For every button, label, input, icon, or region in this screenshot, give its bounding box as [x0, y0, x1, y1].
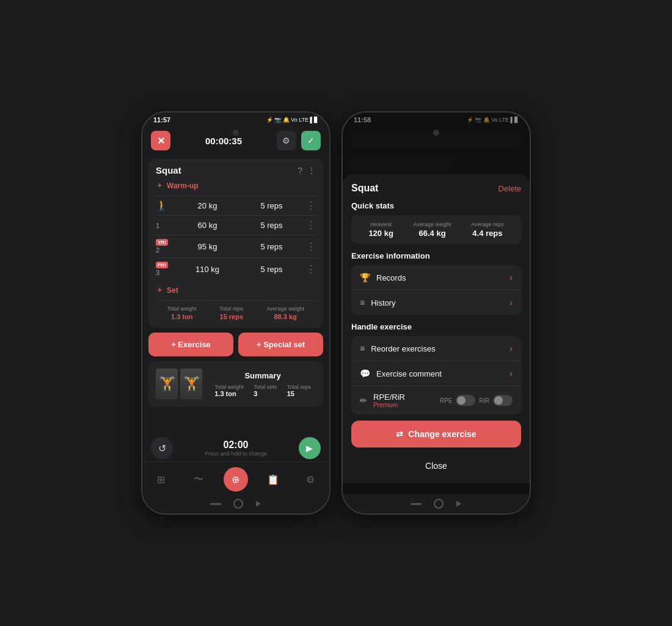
warmup-figure-icon: 🚶 — [156, 200, 168, 212]
set-num-3: PR! 3 — [156, 262, 175, 276]
exercise-info-card: 🏆 Records › ≡ History › — [351, 265, 521, 315]
dashboard-icon: ⊞ — [157, 474, 165, 485]
sys-back-btn[interactable] — [256, 501, 261, 507]
gear-icon: ⚙ — [282, 136, 290, 145]
exercise-header-icons: ? ⋮ — [298, 166, 316, 175]
delete-button[interactable]: Delete — [498, 184, 521, 193]
stat-total-reps-label: Total reps — [219, 306, 243, 312]
handle-exercise-title: Handle exercise — [351, 322, 521, 331]
qs-avg-reps-value: 4.4 reps — [471, 229, 503, 238]
comment-row[interactable]: 💬 Exercise comment › — [351, 361, 521, 386]
nav-workout[interactable]: ⊕ — [224, 467, 248, 492]
sys-home-btn-right[interactable] — [434, 499, 444, 509]
stat-total-reps-value: 15 reps — [219, 313, 243, 320]
camera-notch — [233, 130, 239, 136]
qs-avg-weight: Average weight 66.4 kg — [414, 221, 451, 238]
top-actions: ⚙ ✓ — [277, 131, 321, 150]
summary-figures: 🏋 🏋 — [156, 369, 202, 399]
set-row-1: 1 60 kg 5 reps ⋮ — [156, 215, 316, 235]
complete-button[interactable]: ✓ — [301, 131, 321, 150]
set-more-warmup[interactable]: ⋮ — [306, 200, 316, 212]
set-row-2: YR! 2 95 kg 5 reps ⋮ — [156, 235, 316, 257]
set-more-2[interactable]: ⋮ — [306, 241, 316, 252]
rpe-row: ✏ RPE/RiR Premium RPE RiR — [351, 386, 521, 414]
history-row[interactable]: ≡ History › — [351, 290, 521, 315]
exercise-header: Squat ? ⋮ — [156, 165, 316, 175]
rpe-premium: Premium — [373, 402, 440, 408]
status-time-left: 11:57 — [153, 116, 170, 123]
stat-total-reps: Total reps 15 reps — [219, 306, 243, 320]
help-icon[interactable]: ? — [298, 166, 302, 175]
timer-value: 02:00 — [205, 440, 267, 451]
more-icon[interactable]: ⋮ — [307, 166, 316, 175]
set-more-3[interactable]: ⋮ — [306, 263, 316, 275]
nav-settings[interactable]: ⚙ — [298, 470, 323, 489]
rir-toggle-switch[interactable] — [493, 395, 513, 406]
reorder-row[interactable]: ≡ Reorder exercises › — [351, 336, 521, 361]
change-exercise-button[interactable]: ⇄ Change exercise — [351, 421, 521, 447]
set-num-warmup: 🚶 — [156, 200, 175, 212]
special-set-button[interactable]: + Special set — [238, 333, 323, 356]
stat-total-weight-value: 1.3 ton — [167, 313, 197, 320]
close-panel-button[interactable]: Close — [351, 454, 521, 478]
close-button[interactable]: ✕ — [151, 131, 170, 150]
history-icon: ≡ — [360, 298, 365, 307]
exercise-button[interactable]: + Exercise — [148, 333, 233, 356]
add-set-label: Set — [167, 286, 178, 295]
records-row[interactable]: 🏆 Records › — [351, 265, 521, 290]
rpe-name: RPE/RiR — [373, 392, 440, 402]
sum-weight-label: Total weight — [214, 384, 244, 390]
sys-apps-btn-right[interactable] — [411, 503, 422, 505]
set-weight-1[interactable]: 60 kg — [175, 221, 239, 230]
add-set-row[interactable]: ＋ Set — [156, 285, 316, 295]
summary-total-weight: Total weight 1.3 ton — [214, 384, 244, 397]
log-icon: 📋 — [267, 474, 279, 485]
timer-play-button[interactable]: ▶ — [299, 437, 321, 459]
yr-badge: YR! — [156, 239, 168, 246]
comment-chevron: › — [509, 369, 513, 378]
summary-title: Summary — [210, 371, 316, 380]
set-more-1[interactable]: ⋮ — [306, 219, 316, 231]
exercise-card: Squat ? ⋮ ＋ Warm-up 🚶 20 kg 5 reps ⋮ — [148, 159, 323, 328]
exercise-options-panel: Squat Delete Quick stats Heaviest 120 kg… — [343, 174, 530, 483]
system-bar-left — [142, 494, 329, 514]
qs-heaviest-label: Heaviest — [368, 221, 393, 227]
chart-icon: 〜 — [194, 473, 203, 486]
set-row-3: PR! 3 110 kg 5 reps ⋮ — [156, 257, 316, 280]
history-chevron: › — [509, 298, 513, 307]
timer-reset-button[interactable]: ↺ — [151, 437, 173, 459]
sys-apps-btn[interactable] — [210, 503, 221, 505]
warmup-label: Warm-up — [167, 182, 199, 190]
set-weight-warmup[interactable]: 20 kg — [175, 201, 239, 210]
nav-progress[interactable]: 〜 — [186, 470, 211, 489]
set-reps-2[interactable]: 5 reps — [239, 242, 304, 251]
settings-button[interactable]: ⚙ — [277, 131, 296, 150]
bottom-timer-bar: ↺ 02:00 Press and hold to change ▶ — [142, 432, 329, 462]
nav-dashboard[interactable]: ⊞ — [149, 470, 173, 489]
sys-back-btn-right[interactable] — [456, 501, 461, 507]
plus-set-icon: ＋ — [156, 285, 163, 295]
set-reps-3[interactable]: 5 reps — [239, 265, 304, 274]
stat-avg-weight: Average weight 88.3 kg — [266, 306, 304, 320]
records-label: Records — [376, 273, 509, 282]
rpe-toggle-switch[interactable] — [456, 395, 475, 406]
check-icon: ✓ — [307, 136, 315, 145]
set-weight-3[interactable]: 110 kg — [175, 265, 239, 274]
set-row-warmup: 🚶 20 kg 5 reps ⋮ — [156, 196, 316, 215]
qs-heaviest-value: 120 kg — [368, 229, 393, 238]
qs-heaviest: Heaviest 120 kg — [368, 221, 393, 238]
comment-icon: 💬 — [360, 369, 370, 378]
panel-header: Squat Delete — [351, 183, 521, 194]
set-reps-warmup[interactable]: 5 reps — [239, 201, 304, 210]
set-reps-1[interactable]: 5 reps — [239, 221, 304, 230]
qs-avg-weight-label: Average weight — [414, 221, 451, 227]
sys-home-btn[interactable] — [233, 499, 243, 509]
set-weight-2[interactable]: 95 kg — [175, 242, 239, 251]
rpe-toggle-label: RPE — [440, 397, 453, 404]
left-phone: 11:57 ⚡ 📷 🔔 Vo LTE ▌▊ ✕ 00:00:35 ⚙ ✓ Squ… — [141, 111, 331, 515]
summary-total-reps: Total reps 15 — [287, 384, 311, 397]
summary-card: 🏋 🏋 Summary Total weight 1.3 ton Total s… — [148, 361, 323, 407]
nav-log[interactable]: 📋 — [261, 470, 285, 489]
right-phone: 11:58 ⚡ 📷 🔔 Vo LTE ▌▊ Squat Delete Quick… — [341, 111, 531, 515]
special-set-btn-label: + Special set — [257, 340, 305, 349]
